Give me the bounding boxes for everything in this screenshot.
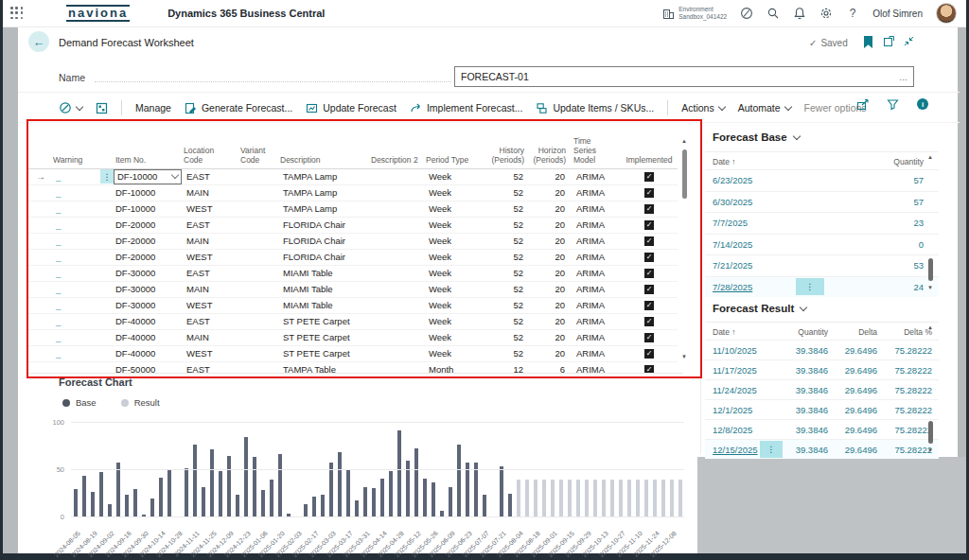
- implemented-checkbox[interactable]: ✓: [644, 269, 654, 278]
- cell-warning[interactable]: _: [53, 364, 100, 373]
- cell-period-type[interactable]: Week: [426, 300, 484, 310]
- environment-indicator[interactable]: EnvironmentSandbox_041422: [662, 6, 727, 22]
- cell-period-type[interactable]: Week: [426, 332, 484, 342]
- col-implemented[interactable]: Implemented: [623, 155, 676, 165]
- cell-location-code[interactable]: WEST: [184, 348, 240, 359]
- worksheet-row[interactable]: _DF-30000EASTMIAMI TableWeek5220ARIMA✓: [28, 266, 678, 282]
- user-name[interactable]: Olof Simren: [872, 9, 923, 19]
- date-link[interactable]: 6/23/2025: [713, 175, 752, 185]
- cell-implemented[interactable]: ✓: [623, 365, 676, 373]
- cell-time-series-model[interactable]: ARIMA: [573, 171, 623, 182]
- cell-warning[interactable]: _: [53, 332, 100, 342]
- cell-description[interactable]: TAMPA Table: [280, 364, 371, 373]
- cell-history-periods[interactable]: 52: [484, 268, 532, 278]
- cell-period-type[interactable]: Month: [426, 364, 484, 373]
- help-icon[interactable]: ?: [846, 7, 859, 20]
- date-link[interactable]: 7/21/2025: [713, 260, 752, 271]
- cell-warning[interactable]: _: [53, 316, 100, 326]
- cell-description[interactable]: ST PETE Carpet: [280, 332, 371, 342]
- date-link[interactable]: 12/8/2025: [713, 425, 752, 435]
- forecast-base-row[interactable]: 7/14/20250: [705, 234, 939, 255]
- update-items-skus-button[interactable]: Update Items / SKUs...: [536, 102, 654, 114]
- scroll-down-icon[interactable]: ▼: [927, 447, 933, 453]
- copilot-menu-button[interactable]: [59, 101, 82, 114]
- worksheet-row[interactable]: _DF-20000EASTFLORIDA ChairWeek5220ARIMA✓: [28, 218, 678, 234]
- col-warning[interactable]: Warning: [53, 155, 100, 165]
- forecast-result-row[interactable]: 12/1/202539.384629.649675.28222: [705, 399, 939, 419]
- item-no-combobox[interactable]: DF-10000: [114, 169, 182, 184]
- date-link[interactable]: 12/1/2025: [713, 405, 752, 415]
- cell-warning[interactable]: _: [53, 219, 100, 230]
- cell-implemented[interactable]: ✓: [623, 317, 676, 326]
- forecast-result-title[interactable]: Forecast Result: [713, 303, 806, 314]
- cell-implemented[interactable]: ✓: [623, 253, 676, 262]
- cell-time-series-model[interactable]: ARIMA: [573, 219, 623, 230]
- date-link[interactable]: 7/7/2025: [713, 218, 748, 228]
- cell-description[interactable]: MIAMI Table: [280, 268, 371, 278]
- cell-time-series-model[interactable]: ARIMA: [573, 348, 623, 359]
- implemented-checkbox[interactable]: ✓: [644, 301, 654, 310]
- cell-item-no[interactable]: DF-20000: [100, 236, 184, 246]
- cell-implemented[interactable]: ✓: [623, 333, 676, 342]
- cell-item-no[interactable]: DF-50000: [100, 364, 184, 373]
- cell-period-type[interactable]: Week: [426, 284, 484, 294]
- cell-horizon-periods[interactable]: 20: [532, 252, 573, 262]
- cell-item-no[interactable]: DF-30000: [100, 300, 184, 310]
- notifications-bell-icon[interactable]: [793, 7, 806, 20]
- row-menu-icon[interactable]: ⋮: [100, 169, 114, 184]
- scroll-down-icon[interactable]: ▼: [681, 354, 687, 359]
- date-link[interactable]: 6/30/2025: [713, 197, 752, 207]
- cell-horizon-periods[interactable]: 20: [532, 171, 573, 182]
- cell-horizon-periods[interactable]: 20: [532, 187, 573, 198]
- worksheet-row[interactable]: _DF-30000WESTMIAMI TableWeek5220ARIMA✓: [28, 298, 678, 314]
- forecast-base-row[interactable]: 6/30/202557: [705, 191, 939, 213]
- worksheet-row[interactable]: _DF-50000EASTTAMPA TableMonth126ARIMA✓: [28, 362, 678, 373]
- cell-description[interactable]: TAMPA Lamp: [280, 187, 371, 198]
- forecast-result-row[interactable]: 11/17/202539.384629.649675.28222: [705, 359, 939, 379]
- assist-edit-button[interactable]: ...: [899, 71, 907, 82]
- cell-item-no[interactable]: DF-20000: [100, 219, 184, 230]
- implemented-checkbox[interactable]: ✓: [644, 285, 654, 294]
- cell-location-code[interactable]: WEST: [184, 203, 240, 214]
- cell-horizon-periods[interactable]: 20: [532, 219, 573, 230]
- legend-base[interactable]: Base: [62, 397, 97, 408]
- cell-history-periods[interactable]: 52: [484, 252, 532, 262]
- worksheet-row[interactable]: _DF-20000WESTFLORIDA ChairWeek5220ARIMA✓: [28, 250, 678, 266]
- cell-period-type[interactable]: Week: [426, 236, 484, 246]
- cell-period-type[interactable]: Week: [426, 268, 484, 278]
- worksheet-row[interactable]: _DF-40000WESTST PETE CarpetWeek5220ARIMA…: [28, 346, 678, 362]
- col-period-type[interactable]: Period Type: [426, 155, 484, 165]
- cell-description[interactable]: FLORIDA Chair: [280, 236, 371, 246]
- collapse-expand-icon[interactable]: [903, 35, 915, 47]
- company-logo[interactable]: naviona: [66, 5, 130, 22]
- cell-item-no[interactable]: DF-10000: [100, 187, 184, 198]
- implement-forecast-button[interactable]: Implement Forecast...: [410, 102, 523, 114]
- cell-location-code[interactable]: WEST: [184, 252, 240, 262]
- cell-implemented[interactable]: ✓: [623, 236, 676, 246]
- cell-description[interactable]: TAMPA Lamp: [280, 171, 371, 182]
- implemented-checkbox[interactable]: ✓: [644, 204, 654, 214]
- implemented-checkbox[interactable]: ✓: [644, 220, 654, 230]
- cell-history-periods[interactable]: 52: [484, 284, 532, 294]
- name-input[interactable]: FORECAST-01 ...: [454, 66, 914, 87]
- implemented-checkbox[interactable]: ✓: [644, 188, 654, 198]
- app-launcher-icon[interactable]: [10, 7, 24, 20]
- date-link[interactable]: 11/24/2025: [713, 385, 757, 395]
- cell-time-series-model[interactable]: ARIMA: [573, 316, 623, 326]
- cell-item-no[interactable]: ⋮DF-10000: [100, 169, 184, 184]
- cell-period-type[interactable]: Week: [426, 316, 484, 326]
- cell-location-code[interactable]: EAST: [184, 316, 240, 326]
- cell-implemented[interactable]: ✓: [623, 269, 676, 278]
- cell-warning[interactable]: _: [53, 187, 100, 198]
- cell-horizon-periods[interactable]: 6: [532, 364, 573, 373]
- cell-location-code[interactable]: EAST: [184, 219, 240, 230]
- cell-description[interactable]: FLORIDA Chair: [280, 219, 371, 230]
- cell-horizon-periods[interactable]: 20: [532, 348, 573, 359]
- col-date[interactable]: Date ↑: [713, 157, 826, 166]
- col-location-code[interactable]: Location Code: [184, 146, 240, 165]
- share-icon[interactable]: [856, 98, 870, 111]
- cell-history-periods[interactable]: 52: [484, 348, 532, 359]
- forecast-base-row[interactable]: 7/7/202523: [705, 212, 939, 234]
- cell-item-no[interactable]: DF-40000: [100, 316, 184, 326]
- forecast-result-row[interactable]: 12/8/202539.384629.649675.28222: [705, 419, 939, 439]
